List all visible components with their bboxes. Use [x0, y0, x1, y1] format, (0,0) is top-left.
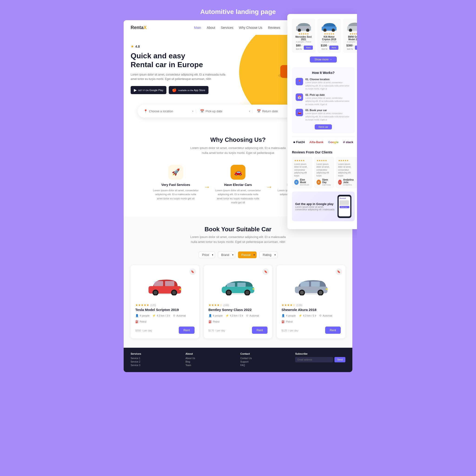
tesla-fuel-val: Petrol	[140, 320, 146, 323]
footer-email-input[interactable]	[295, 357, 333, 362]
location-dropdown-icon[interactable]: ▾	[192, 110, 193, 113]
how-step-2-title: 02. Pick up date	[306, 93, 351, 96]
review-elon: ★★★★★ Lorem ipsum dolor sit amet, consec…	[292, 157, 312, 188]
shewrole-rent-button[interactable]: Rent	[325, 326, 341, 334]
kia-rent-button[interactable]: Rent	[329, 46, 339, 50]
bentley-price: $170 / per day	[208, 328, 225, 333]
bmw-rent-button[interactable]: Rent	[355, 46, 357, 50]
footer-contact: Contact Contact Us Support FAQ	[240, 352, 290, 367]
pickup-input[interactable]	[205, 109, 247, 113]
bentley-people-val: 4 people	[213, 314, 223, 317]
passat-filter[interactable]: Passat	[238, 252, 256, 258]
shewrole-transmission: ⚙ Automat	[319, 314, 332, 317]
kia-name: KIA Motor Cripton 2019	[320, 35, 339, 41]
app-promo-desc: Lorem ipsum dolor sit amet, consectetur …	[295, 206, 335, 211]
tesla-fuel: ⛽ Petrol	[135, 320, 146, 323]
rating-filter[interactable]: Rating	[259, 252, 277, 258]
hero-title-line2: Rental car in Europe	[131, 60, 203, 69]
passat-filter-wrap: Passat	[238, 252, 256, 258]
brand-filter-wrap: Brand	[218, 252, 235, 258]
nav-services[interactable]: Services	[221, 26, 233, 30]
footer-services: Services Service 1 Service 2 Service 3	[131, 352, 181, 367]
djem-avatar: D	[317, 180, 321, 185]
bentley-people: 👤 4 people	[208, 314, 223, 317]
mercedes-details: 4 people / Petrol	[294, 41, 313, 43]
footer-link[interactable]: Service 1	[131, 357, 181, 359]
location-input[interactable]	[149, 109, 191, 113]
partners-row: ■ Fiat24 Alfa-Bank Google # slack	[292, 137, 355, 147]
how-step-3: 🚗 03. Book your car Lorem ipsum dolor si…	[296, 109, 351, 121]
footer: Services Service 1 Service 2 Service 3 A…	[124, 348, 352, 372]
shewrole-bookmark[interactable]: 🔖	[336, 269, 342, 275]
pickup-dropdown-icon[interactable]: ▾	[249, 110, 250, 113]
svg-rect-24	[237, 283, 246, 287]
price-filter[interactable]: Price	[199, 252, 215, 258]
bentley-rent-button[interactable]: Rent	[252, 326, 268, 334]
mercedes-stars: ★★★★★	[294, 33, 313, 35]
arrow-icon-1: →	[204, 183, 210, 191]
footer-link[interactable]: FAQ	[240, 364, 290, 367]
google-play-button[interactable]: ▶ GET IT ON Google Play	[131, 86, 166, 94]
rent-car-wrapper: Rent car	[296, 124, 351, 129]
google-logo: Google	[328, 140, 339, 144]
footer-about-title: About	[186, 352, 236, 355]
andjelina-reviewer: A Andjelina Jolie Andjelina	[338, 178, 355, 186]
bentley-km-val: 4.3 km / 5 lr	[230, 314, 243, 317]
phone-screen: RentaX Book Car	[339, 196, 350, 216]
andjelina-name: Andjelina Jolie	[343, 178, 355, 184]
tesla-name: Tesla Model Scripton 2019	[135, 308, 195, 312]
nav-links: Main About Services Why Choose Us Review…	[194, 26, 280, 30]
feature-electar-icon: 🚗	[231, 165, 245, 180]
app-store-text: Available on the App Store	[178, 89, 205, 92]
elon-text: Lorem ipsum dolor sit amet, consectetur …	[294, 163, 310, 177]
bentley-car-svg	[218, 274, 258, 295]
footer-link[interactable]: Support	[240, 360, 290, 363]
how-step-1-title: 01. Choose location	[306, 78, 351, 81]
phone-car-mini	[340, 200, 349, 205]
svg-rect-48	[347, 26, 357, 31]
tesla-bookmark[interactable]: 🔖	[189, 269, 196, 275]
show-more-button[interactable]: Show more →	[310, 56, 337, 63]
tesla-rent-button[interactable]: Rent	[179, 326, 194, 334]
mercedes-price: $80 / $10 hr	[294, 44, 304, 51]
svg-rect-14	[154, 281, 163, 286]
svg-point-29	[252, 288, 255, 290]
djem-handle: DjemDay	[322, 184, 332, 186]
nav-why[interactable]: Why Choose Us	[239, 26, 262, 30]
app-store-button[interactable]: 🍎 Available on the App Store	[169, 86, 208, 94]
tesla-km: ⚡ 4.3 km / 3 lr	[152, 314, 170, 317]
how-section: How It Works? 📍 01. Choose location Lore…	[292, 67, 355, 133]
cars-grid: 🔖	[131, 265, 345, 339]
brand-filter[interactable]: Brand	[218, 252, 235, 258]
footer-link[interactable]: Blog	[186, 360, 236, 363]
footer-services-title: Services	[131, 352, 181, 355]
tesla-stars: ★★★★★ (120)	[135, 303, 195, 307]
footer-link[interactable]: Service 2	[131, 360, 181, 363]
mercedes-svg	[294, 21, 313, 32]
nav-about[interactable]: About	[207, 26, 215, 30]
filter-bar: Price Brand Passat Rating	[131, 252, 345, 258]
bentley-rating-count: (189)	[223, 304, 229, 306]
bentley-bookmark[interactable]: 🔖	[262, 269, 269, 275]
nav-main[interactable]: Main	[194, 26, 201, 30]
footer-link[interactable]: Service 3	[131, 364, 181, 367]
mercedes-rent-button[interactable]: Rent	[304, 46, 313, 50]
footer-subscribe-button[interactable]: Send	[334, 357, 345, 362]
page-wrapper: Automitive landing page RentaX Main Abou…	[119, 0, 357, 377]
tesla-rating-count: (120)	[150, 304, 156, 306]
slack-logo: # slack	[343, 140, 353, 144]
footer-subscribe-title: Subscribe	[295, 352, 345, 355]
svg-rect-23	[227, 283, 235, 287]
footer-link[interactable]: Contact Us	[240, 357, 290, 359]
how-step-3-icon: 🚗	[296, 109, 303, 116]
footer-link[interactable]: About Us	[186, 357, 236, 359]
footer-link[interactable]: Team	[186, 364, 236, 367]
how-step-1-icon: 📍	[296, 78, 303, 85]
hero-content: ★ 4.8 Quick and easy Rental car in Europ…	[131, 44, 227, 94]
review-andjelina: ★★★★★ Lorem ipsum dolor sit amet, consec…	[336, 157, 357, 188]
bentley-km-icon: ⚡	[225, 314, 229, 317]
calendar-icon: 📅	[200, 109, 204, 113]
rent-car-button[interactable]: Rent car	[315, 124, 332, 129]
andjelina-info: Andjelina Jolie Andjelina	[343, 178, 355, 186]
nav-reviews[interactable]: Reviews	[268, 26, 280, 30]
